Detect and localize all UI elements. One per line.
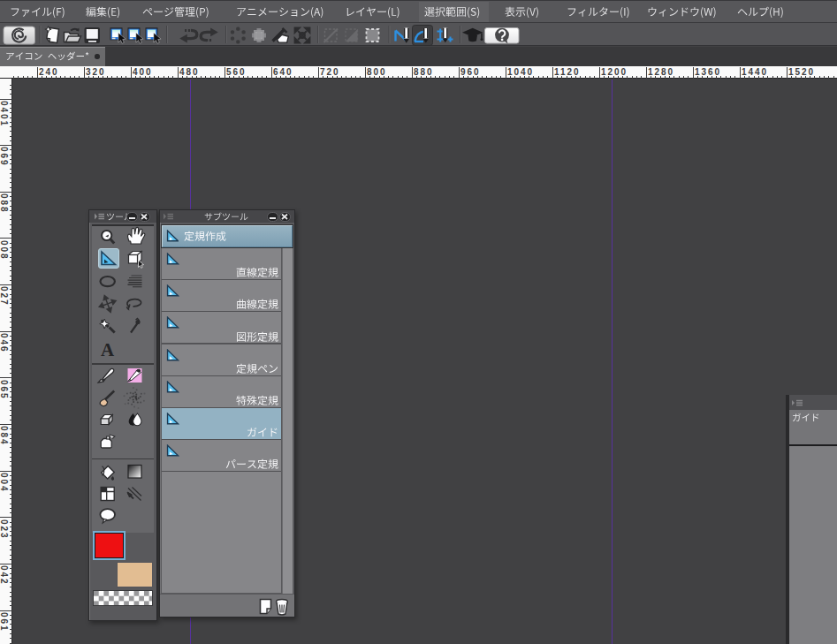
svg-text:A: A bbox=[101, 339, 115, 360]
